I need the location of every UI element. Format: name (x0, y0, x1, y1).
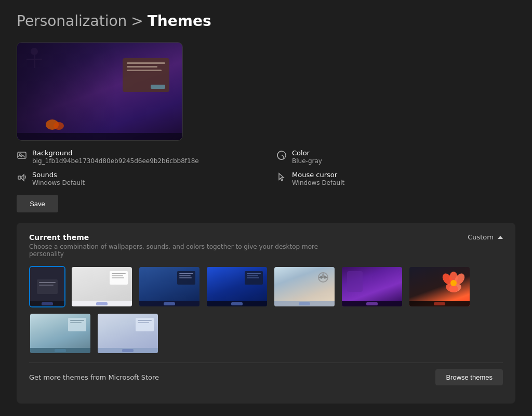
thumb-line (247, 277, 259, 278)
preview-taskbar (17, 133, 182, 140)
thumb-line (70, 322, 82, 323)
theme-abstract[interactable] (97, 313, 159, 354)
current-theme-section: Current theme Choose a combination of wa… (17, 223, 515, 404)
thumb-bg (72, 267, 132, 306)
current-theme-desc: Choose a combination of wallpapers, soun… (29, 243, 341, 258)
mouse-cursor-label: Mouse cursor (292, 171, 344, 179)
mouse-cursor-value: Windows Default (292, 179, 344, 186)
thumb-bg (342, 267, 402, 306)
current-theme-title: Current theme (29, 233, 341, 241)
thumb-bg (139, 267, 200, 306)
svg-point-10 (450, 280, 457, 286)
theme-info-grid: Background big_1fb1d94be17304d80eb9245d6… (17, 149, 515, 186)
thumb-bg (207, 267, 267, 306)
current-theme-header: Current theme Choose a combination of wa… (29, 233, 503, 258)
thumb-line (179, 275, 191, 276)
thumb-taskbar-btn (96, 302, 108, 305)
settings-page: Personalization > Themes (0, 0, 532, 416)
themes-row-1 (29, 266, 503, 307)
themes-grid (29, 266, 503, 354)
thumb-line (138, 322, 149, 323)
bottom-bar: Get more themes from Microsoft Store Bro… (29, 363, 503, 385)
background-text: Background big_1fb1d94be17304d80eb9245d6… (32, 149, 199, 165)
preview-window-line (127, 66, 157, 68)
theme-preview (17, 42, 183, 141)
theme-windows-default[interactable] (138, 266, 201, 307)
theme-flower[interactable] (408, 266, 471, 307)
mouse-cursor-info: Mouse cursor Windows Default (276, 171, 515, 186)
background-value: big_1fb1d94be17304d80eb9245d6ee9b2b6cbb8… (32, 157, 199, 165)
preview-window-btn (151, 85, 165, 89)
svg-rect-3 (18, 176, 21, 179)
theme-windows-light[interactable] (71, 266, 133, 307)
sounds-value: Windows Default (32, 179, 85, 186)
thumb-taskbar (342, 301, 402, 306)
thumb-taskbar (139, 301, 200, 306)
browse-themes-button[interactable]: Browse themes (435, 369, 503, 385)
sounds-label: Sounds (32, 171, 85, 179)
thumb-taskbar (207, 301, 267, 306)
background-info: Background big_1fb1d94be17304d80eb9245d6… (17, 149, 256, 165)
background-icon (17, 150, 27, 160)
breadcrumb-current: Themes (148, 12, 211, 30)
chevron-up-icon (498, 236, 503, 239)
thumb-taskbar (72, 301, 132, 306)
current-theme-name: Custom (468, 233, 494, 241)
themes-row-2 (29, 313, 503, 354)
current-theme-value[interactable]: Custom (468, 233, 503, 241)
thumb-taskbar-btn (55, 349, 66, 352)
thumb-taskbar (98, 348, 158, 353)
breadcrumb-parent[interactable]: Personalization (17, 12, 127, 30)
thumb-taskbar-btn (299, 302, 310, 305)
thumb-line (179, 273, 193, 274)
sounds-icon (17, 172, 27, 182)
thumb-line (70, 320, 84, 321)
save-button[interactable]: Save (17, 195, 58, 212)
color-label: Color (292, 149, 322, 157)
thumb-line (112, 275, 123, 276)
preview-window-line (127, 70, 162, 71)
thumb-shape (347, 271, 363, 292)
thumb-line (247, 273, 261, 274)
thumb-line (112, 273, 126, 274)
background-label: Background (32, 149, 199, 157)
thumb-taskbar-btn (164, 302, 175, 305)
sounds-text: Sounds Windows Default (32, 171, 85, 186)
preview-window (123, 58, 169, 92)
thumb-window (245, 271, 263, 285)
thumb-bg (274, 267, 335, 306)
thumb-taskbar-btn (122, 349, 134, 352)
thumb-taskbar (30, 301, 64, 306)
mouse-cursor-icon (276, 172, 287, 182)
thumb-bg (409, 267, 470, 306)
thumb-bg (30, 314, 90, 353)
color-info: Color Blue-gray (276, 149, 515, 165)
thumb-taskbar-btn (434, 302, 445, 305)
thumb-bg (98, 314, 158, 353)
current-theme-info: Current theme Choose a combination of wa… (29, 233, 341, 258)
thumb-window (136, 318, 154, 331)
thumb-taskbar (274, 301, 335, 306)
get-more-text: Get more themes from Microsoft Store (29, 373, 159, 381)
thumb-window (110, 271, 128, 285)
theme-glow[interactable] (341, 266, 403, 307)
preview-window-line (127, 62, 165, 64)
preview-pumpkin-2 (54, 122, 64, 130)
theme-ocean[interactable] (29, 313, 91, 354)
thumb-window (177, 271, 195, 285)
breadcrumb: Personalization > Themes (17, 12, 515, 30)
thumb-taskbar-btn (231, 302, 243, 305)
breadcrumb-separator: > (131, 12, 143, 30)
mouse-cursor-text: Mouse cursor Windows Default (292, 171, 344, 186)
color-text: Color Blue-gray (292, 149, 322, 165)
thumb-taskbar (30, 348, 90, 353)
color-value: Blue-gray (292, 157, 322, 165)
thumb-taskbar-btn (366, 302, 378, 305)
preview-desktop (17, 43, 182, 140)
theme-custom[interactable] (29, 266, 65, 307)
thumb-line (138, 320, 152, 321)
thumb-line (179, 277, 192, 278)
theme-floral[interactable] (273, 266, 336, 307)
theme-windows-dark[interactable] (206, 266, 268, 307)
thumb-icon (317, 271, 329, 284)
